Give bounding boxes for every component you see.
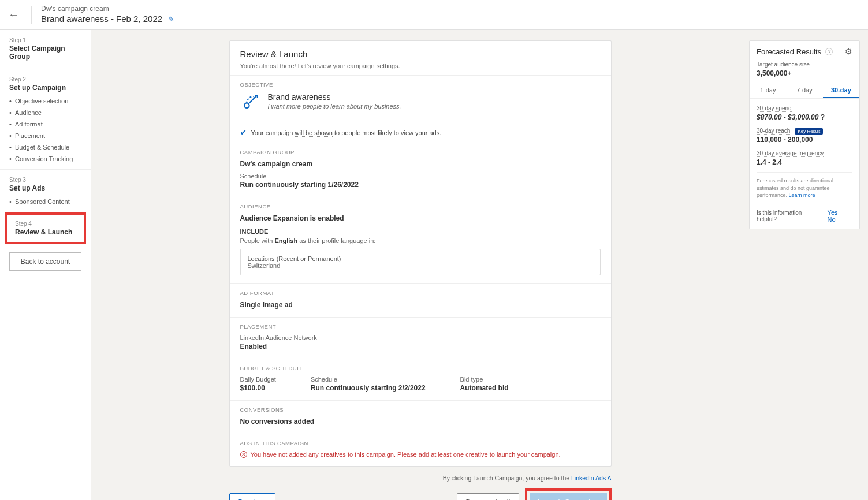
schedule-label: Schedule [240,173,601,180]
step-num: Step 3 [9,177,81,183]
include-label: INCLUDE [240,228,601,235]
review-card: Review & Launch You're almost there! Let… [229,40,612,467]
language-line: People with English as their profile lan… [240,237,601,244]
daily-budget-label: Daily Budget [240,376,276,383]
section-label: CAMPAIGN GROUP [240,149,601,155]
agree-text: By clicking Launch Campaign, you agree t… [229,471,612,485]
ads-agreement-link[interactable]: LinkedIn Ads A [571,475,611,482]
launch-campaign-button[interactable]: Launch Campaign [530,493,607,500]
sidebar-item-placement[interactable]: Placement [9,130,81,141]
satellite-icon [240,92,260,114]
back-to-account-button[interactable]: Back to account [9,252,81,271]
location-label: Locations (Recent or Permanent) [248,255,593,262]
daily-budget-value: $100.00 [240,384,276,392]
reach-label: 30-day reach [757,128,790,135]
step-title: Set up Campaign [9,84,81,92]
key-result-badge: Key Result [795,128,823,135]
adformat-section: AD FORMAT Single image ad [230,283,611,317]
tab-1day[interactable]: 1-day [750,83,786,98]
sidebar-item-audience[interactable]: Audience [9,107,81,118]
target-value: 3,500,000+ [757,69,852,77]
sidebar-item-budget[interactable]: Budget & Schedule [9,141,81,153]
step2-block[interactable]: Step 2 Set up Campaign Objective selecti… [0,69,91,170]
spend-value: $870.00 - $3,000.00 ? [757,113,852,121]
edit-pencil-icon[interactable]: ✎ [168,15,174,24]
objective-desc: I want more people to learn about my bus… [268,103,401,110]
audience-expansion: Audience Expansion is enabled [240,214,601,222]
freq-value: 1.4 - 2.4 [757,158,852,166]
freq-label: 30-day average frequency [757,150,824,157]
info-strip: ✔ Your campaign will be shown to people … [230,122,611,143]
top-bar: ← Dw's campaign cream Brand awareness - … [0,0,868,30]
helpful-no[interactable]: No [828,216,836,223]
step4-highlight: Step 4 Review & Launch [5,212,86,244]
section-label: CONVERSIONS [240,406,601,413]
review-intro: You're almost there! Let's review your c… [240,62,601,69]
info-text: Your campaign will be shown to people mo… [251,129,442,136]
learn-more-link[interactable]: Learn more [789,192,815,198]
gear-icon[interactable]: ⚙ [845,47,852,56]
header-titles: Dw's campaign cream Brand awareness - Fe… [41,5,174,25]
step-title: Set up Ads [9,184,81,192]
bid-value: Automated bid [460,384,509,392]
ads-section: ADS IN THIS CAMPAIGN ✕ You have not adde… [230,434,611,466]
schedule-value: Run continuously starting 2/2/2022 [311,384,426,392]
section-label: OBJECTIVE [240,81,601,88]
step-title: Review & Launch [15,228,76,236]
step3-block[interactable]: Step 3 Set up Ads Sponsored Content [0,170,91,212]
footer-area: By clicking Launch Campaign, you agree t… [229,471,612,500]
help-icon[interactable]: ? [821,113,825,121]
sidebar-item-objective[interactable]: Objective selection [9,95,81,107]
group-name: Dw's campaign cream [240,160,601,168]
audience-section: AUDIENCE Audience Expansion is enabled I… [230,197,611,283]
spend-label: 30-day spend [757,105,792,112]
placement-section: PLACEMENT LinkedIn Audience Network Enab… [230,317,611,359]
schedule-value: Run continuously starting 1/26/2022 [240,181,601,189]
divider [31,6,32,24]
back-arrow-icon[interactable]: ← [8,8,20,21]
campaign-name: Brand awareness - Feb 2, 2022 [41,14,162,24]
placement-status: Enabled [240,342,601,350]
review-title: Review & Launch [240,49,601,59]
section-label: ADS IN THIS CAMPAIGN [240,440,601,446]
location-value: Switzerland [248,262,593,269]
sidebar-item-adformat[interactable]: Ad format [9,118,81,130]
forecast-panel: Forecasted Results ? ⚙ Target audience s… [749,40,860,229]
section-label: AD FORMAT [240,290,601,296]
tab-7day[interactable]: 7-day [786,83,822,98]
objective-name: Brand awareness [268,92,401,102]
check-circle-icon: ✔ [240,128,247,137]
conversions-value: No conversions added [240,417,601,426]
bid-label: Bid type [460,376,509,383]
helpful-text: Is this information helpful? [757,210,822,222]
helpful-yes[interactable]: Yes [828,209,838,216]
tab-30day[interactable]: 30-day [823,83,859,98]
section-label: BUDGET & SCHEDULE [240,365,601,371]
forecast-title: Forecasted Results [757,47,821,56]
help-icon[interactable]: ? [825,48,833,55]
save-exit-button[interactable]: Save and exit [457,493,520,500]
campaign-group-name: Dw's campaign cream [41,5,174,14]
step-num: Step 4 [15,221,76,227]
error-x-icon: ✕ [240,451,247,458]
reach-value: 110,000 - 200,000 [757,136,852,144]
error-message: ✕ You have not added any creatives to th… [240,451,601,458]
placement-network: LinkedIn Audience Network [240,334,601,341]
schedule-label: Schedule [311,376,426,383]
adformat-value: Single image ad [240,301,601,309]
sidebar-item-conversion[interactable]: Conversion Tracking [9,153,81,165]
section-label: PLACEMENT [240,323,601,330]
step-title: Select Campaign Group [9,44,81,61]
target-label: Target audience size [757,61,810,68]
section-label: AUDIENCE [240,203,601,210]
step-num: Step 2 [9,76,81,83]
helpful-row: Is this information helpful? Yes No [757,204,852,223]
conversions-section: CONVERSIONS No conversions added [230,400,611,434]
objective-section: OBJECTIVE Brand awareness I want more pe… [230,75,611,122]
step1-block[interactable]: Step 1 Select Campaign Group [0,30,91,69]
step-num: Step 1 [9,37,81,43]
sidebar: Step 1 Select Campaign Group Step 2 Set … [0,30,91,500]
previous-button[interactable]: Previous [229,493,276,500]
sidebar-item-sponsored[interactable]: Sponsored Content [9,196,81,207]
forecast-disclaimer: Forecasted results are directional estim… [757,172,852,199]
